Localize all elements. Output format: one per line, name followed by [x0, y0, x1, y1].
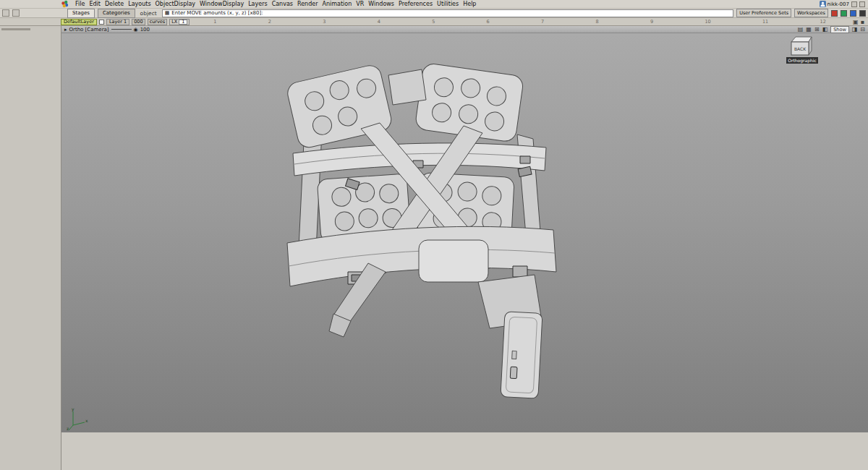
- layout-icon[interactable]: ▤: [798, 26, 804, 33]
- menu-file[interactable]: File: [73, 1, 87, 7]
- axis-z-label: z: [67, 426, 69, 431]
- menu-utilities[interactable]: Utilities: [435, 1, 461, 7]
- menu-edit[interactable]: Edit: [87, 1, 103, 7]
- fit-view-icon[interactable]: ⊞: [814, 26, 820, 33]
- view-cube[interactable]: BACK Orthographic: [788, 35, 816, 64]
- layerbar-right-icons: ▣ ▪: [853, 19, 868, 25]
- ruler-tick: 10: [705, 19, 710, 25]
- split-right-icon[interactable]: ◨: [852, 26, 858, 33]
- ruler-tick: 4: [378, 19, 380, 25]
- object-mode-label: object: [140, 10, 157, 17]
- ruler-tick: 9: [650, 19, 653, 25]
- viewport-title-bar: ▸ Ortho [Camera] ◉ 100 ▤ ▦ ⊞ ◧ Show ◨ ⊟: [61, 26, 868, 33]
- promptline-scroll-down-icon[interactable]: [12, 9, 20, 17]
- viewport-canvas[interactable]: [61, 33, 868, 432]
- split-left-icon[interactable]: ◧: [822, 26, 828, 33]
- viewport-opacity-value: 100: [140, 27, 150, 33]
- settings-icon[interactable]: ▣: [853, 19, 859, 25]
- menu-bar: File Edit Delete Layouts ObjectDisplay W…: [0, 0, 868, 9]
- harness-model: [61, 33, 868, 432]
- ruler-tick: 7: [541, 19, 544, 25]
- left-panel-scrollbar[interactable]: [1, 28, 30, 30]
- bottom-panel: [61, 432, 868, 470]
- ruler-tick: 8: [595, 19, 598, 25]
- default-layer-button[interactable]: DefaultLayer: [61, 19, 97, 25]
- visibility-eye-icon[interactable]: ◉: [134, 27, 138, 33]
- tool-icon-dark[interactable]: [859, 10, 866, 17]
- menu-layers[interactable]: Layers: [246, 1, 269, 7]
- menu-layouts[interactable]: Layouts: [126, 1, 153, 7]
- show-button[interactable]: Show: [830, 26, 849, 33]
- construction-ruler: 1 2 3 4 5 6 7 8 9 10 11 12: [213, 19, 826, 25]
- menu-windows[interactable]: Windows: [366, 1, 396, 7]
- promptline-scroll-up-icon[interactable]: [2, 9, 9, 17]
- ruler-tick: 3: [323, 19, 326, 25]
- menu-canvas[interactable]: Canvas: [270, 1, 295, 7]
- lx-label: LX: [171, 19, 177, 25]
- axis-x-label: x: [85, 418, 88, 423]
- layer-visibility-checkbox[interactable]: [99, 20, 104, 25]
- window-button-1[interactable]: [851, 1, 857, 7]
- tool-icon-red[interactable]: [831, 10, 838, 17]
- view-cube-icon: BACK: [789, 35, 815, 56]
- menu-objectdisplay[interactable]: ObjectDisplay: [153, 1, 198, 7]
- ruler-tick: 11: [762, 19, 768, 25]
- promptline-grid-icon: ▦: [165, 10, 170, 16]
- ruler-tick: 12: [820, 19, 826, 25]
- tool-icon-green[interactable]: [841, 10, 847, 17]
- menu-delete[interactable]: Delete: [103, 1, 126, 7]
- ruler-tick: 5: [432, 19, 435, 25]
- axis-triad: y x z: [67, 406, 90, 431]
- lx-field-group: LX 1: [169, 19, 190, 25]
- user-account[interactable]: nikk-007: [820, 1, 849, 7]
- left-panel: [0, 26, 61, 470]
- viewport-toolbar-icons: ▤ ▦ ⊞ ◧ Show ◨ ⊟: [798, 26, 865, 33]
- title-divider: [111, 29, 132, 30]
- ruler-tick: 2: [268, 19, 271, 25]
- window-button-2[interactable]: [859, 1, 865, 7]
- tab-stages[interactable]: Stages: [67, 9, 95, 18]
- menu-vr[interactable]: VR: [354, 1, 366, 7]
- tab-categories[interactable]: Categories: [98, 9, 135, 18]
- layer-1-button[interactable]: Layer 1: [106, 19, 129, 25]
- menu-animation[interactable]: Animation: [320, 1, 354, 7]
- layer-bar: DefaultLayer Layer 1 000 curves LX 1 1 2…: [0, 18, 868, 26]
- viewport-title[interactable]: Ortho [Camera]: [69, 27, 109, 33]
- menu-preferences[interactable]: Preferences: [396, 1, 435, 7]
- snap-icon[interactable]: ▪: [861, 19, 864, 25]
- promptline-input[interactable]: ▦ Enter MOVE amounts (x, y, z) [x80]:: [162, 9, 733, 17]
- workspaces-button[interactable]: Workspaces: [794, 9, 828, 17]
- menu-render[interactable]: Render: [295, 1, 320, 7]
- lx-value-input[interactable]: 1: [179, 20, 187, 25]
- prompt-toolbar: Stages Categories object ▦ Enter MOVE am…: [0, 9, 868, 18]
- menu-windowdisplay[interactable]: WindowDisplay: [197, 1, 246, 7]
- ruler-tick: 1: [213, 19, 216, 25]
- menu-help[interactable]: Help: [461, 1, 478, 7]
- menubar-right-group: nikk-007: [820, 1, 868, 7]
- projection-mode-label[interactable]: Orthographic: [786, 57, 818, 64]
- tool-icon-blue[interactable]: [850, 10, 856, 17]
- user-name-label: nikk-007: [827, 1, 849, 7]
- grid-icon[interactable]: ▦: [806, 26, 812, 33]
- curves-field[interactable]: curves: [148, 19, 168, 25]
- ruler-tick: 6: [487, 19, 490, 25]
- chevron-down-icon[interactable]: ▸: [64, 27, 67, 33]
- user-icon: [820, 1, 826, 7]
- user-preference-sets-button[interactable]: User Preference Sets: [736, 9, 791, 17]
- minimize-icon[interactable]: ⊟: [860, 26, 865, 33]
- view-cube-face-label: BACK: [794, 46, 807, 51]
- layer-counter-field[interactable]: 000: [132, 19, 145, 25]
- promptline-text: Enter MOVE amounts (x, y, z) [x80]:: [171, 10, 263, 16]
- axis-y-label: y: [72, 406, 75, 412]
- app-logo-icon[interactable]: [61, 0, 69, 8]
